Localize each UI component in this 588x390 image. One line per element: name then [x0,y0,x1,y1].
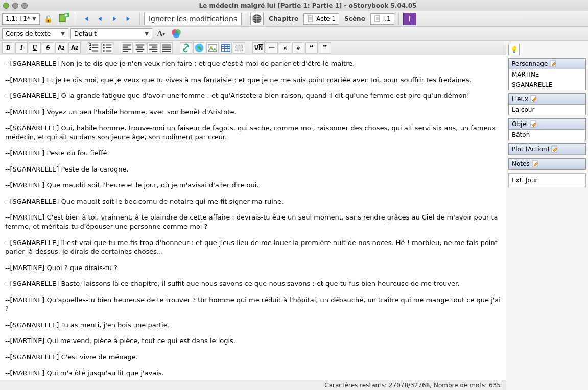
globe-icon[interactable] [250,13,264,25]
window-titlebar: Le médecin malgré lui [Partie 1: Partie … [0,0,588,11]
paragraph[interactable]: --[MARTINE] Et je te dis moi, que je veu… [5,76,501,85]
panel-plot-title: Plot (Action) [512,145,549,153]
lock-icon[interactable]: 🔒 [42,13,55,25]
unordered-list-button[interactable] [101,42,113,54]
status-bar: Caractères restants: 27078/32768, Nombre… [0,380,506,390]
info-icon[interactable]: i [403,13,416,25]
list-item[interactable]: MARTINE [509,69,585,80]
paragraph[interactable]: --[SGANARELLE] Non je te dis que je n'en… [5,59,501,68]
paragraph[interactable]: --[SGANARELLE] Ô la grande fatigue que d… [5,91,501,101]
paragraph[interactable]: --[SGANARELLE] Que maudit soit le bec co… [5,197,501,206]
paragraph[interactable]: --[MARTINE] Que maudit soit l'heure et l… [5,181,501,190]
paragraph-style-combo[interactable]: Corps de texte ▼ [2,28,68,39]
font-label: Default [74,30,143,37]
panel-lieux: Lieux La cour [508,93,586,115]
first-button[interactable] [79,13,92,25]
paragraph[interactable]: --[SGANARELLE] Oui, habile homme, trouve… [5,124,501,141]
panel-notes: Notes [508,158,586,170]
panel-ext: Ext. Jour [508,173,586,187]
paragraph[interactable]: --[MARTINE] Qu'appelles-tu bien heureuse… [5,296,501,313]
side-panel: 💡 Personnage MARTINESGANARELLE Lieux La … [506,41,588,390]
chapitre-label: Chapitre [266,15,301,22]
un-button[interactable]: UN [252,42,265,54]
underline-button[interactable]: U [29,42,41,54]
panel-lieux-header[interactable]: Lieux [509,94,585,105]
format-toolbar: B I U S A2 A2 12 [0,41,506,55]
svg-point-13 [103,50,105,52]
paragraph[interactable]: --[MARTINE] Qui me vend, pièce à pièce, … [5,336,501,346]
link-button[interactable] [180,42,192,54]
idea-button[interactable]: 💡 [508,44,520,55]
edit-icon [532,160,539,167]
panel-objet: Objet Bâton [508,118,586,140]
dbl-right-button[interactable]: » [292,42,304,54]
scene-combo-label: 1.1: I.1* [6,15,30,22]
paragraph[interactable]: --[SGANARELLE] C'est vivre de ménage. [5,353,501,362]
paragraph[interactable]: --[SGANARELLE] Peste de la carogne. [5,165,501,174]
text-editor[interactable]: --[SGANARELLE] Non je te dis que je n'en… [0,55,506,380]
hr-button[interactable]: — [266,42,278,54]
bold-button[interactable]: B [2,42,14,54]
superscript-button[interactable]: A2 [68,42,81,54]
edit-icon [530,120,537,128]
list-item[interactable]: Bâton [509,130,585,140]
world-button[interactable] [193,42,205,54]
object-button[interactable] [233,42,245,54]
ordered-list-button[interactable]: 12 [88,42,100,54]
last-button[interactable] [122,13,135,25]
scene-label: Scène [341,15,368,22]
italic-button[interactable]: I [15,42,28,54]
list-item[interactable]: La cour [509,105,585,115]
dbl-left-button[interactable]: « [279,42,291,54]
paragraph[interactable]: --[SGANARELLE] Baste, laissons là ce cha… [5,279,501,288]
toolbar-style: Corps de texte ▼ Default ▼ A▾ [0,27,588,41]
align-justify-button[interactable] [160,42,173,54]
toolbar-primary: 1.1: I.1* ▼ 🔒 Ignorer les modifications … [0,11,588,27]
scene-chip[interactable]: I.1 [370,13,394,25]
panel-personnage-title: Personnage [512,60,548,67]
page-icon [307,15,314,22]
color-icon[interactable] [170,28,183,40]
list-item[interactable]: SGANARELLE [509,80,585,90]
subscript-button[interactable]: A2 [55,42,67,54]
panel-plot: Plot (Action) [508,143,586,155]
prev-button[interactable] [93,13,107,25]
image-button[interactable] [206,42,219,54]
next-button[interactable] [108,13,121,25]
table-button[interactable] [220,42,232,54]
ext-label[interactable]: Ext. Jour [509,174,585,187]
minimize-icon[interactable] [21,3,28,9]
paragraph[interactable]: --[MARTINE] Quoi ? que dirais-tu ? [5,263,501,273]
paragraph[interactable]: --[MARTINE] C'est bien à toi, vraiment, … [5,213,501,231]
paragraph[interactable]: --[SGANARELLE] Tu as menti, j'en bois un… [5,321,501,330]
font-combo[interactable]: Default ▼ [70,28,152,39]
edit-icon [530,95,537,103]
svg-rect-4 [308,16,313,22]
maximize-icon[interactable] [12,3,18,9]
ignore-modifications-button[interactable]: Ignorer les modifications [144,13,242,25]
close-icon[interactable] [3,3,9,9]
panel-personnage-header[interactable]: Personnage [509,59,585,69]
right-quote-button[interactable]: ” [319,42,331,54]
page-icon [374,15,381,22]
align-center-button[interactable] [134,42,146,54]
paragraph[interactable]: --[MARTINE] Qui m'a ôté jusqu'au lit que… [5,369,501,378]
align-right-button[interactable] [147,42,159,54]
paragraph[interactable]: --[MARTINE] Peste du fou fieffé. [5,149,501,158]
paragraph[interactable]: --[SGANARELLE] Il est vrai que tu me fis… [5,238,501,256]
acte-chip[interactable]: Acte 1 [303,13,339,25]
panel-objet-header[interactable]: Objet [509,119,585,130]
font-size-icon[interactable]: A▾ [154,28,168,40]
svg-point-8 [173,32,179,38]
svg-rect-18 [236,45,243,51]
strike-button[interactable]: S [42,42,54,54]
scene-combo[interactable]: 1.1: I.1* ▼ [2,13,40,25]
left-quote-button[interactable]: “ [305,42,318,54]
panel-notes-header[interactable]: Notes [509,159,585,169]
scene-chip-label: I.1 [383,15,391,22]
panel-plot-header[interactable]: Plot (Action) [509,144,585,155]
paragraph[interactable]: --[MARTINE] Voyez un peu l'habile homme,… [5,108,501,117]
add-icon[interactable] [57,13,70,25]
svg-point-11 [103,44,105,46]
align-left-button[interactable] [121,42,133,54]
